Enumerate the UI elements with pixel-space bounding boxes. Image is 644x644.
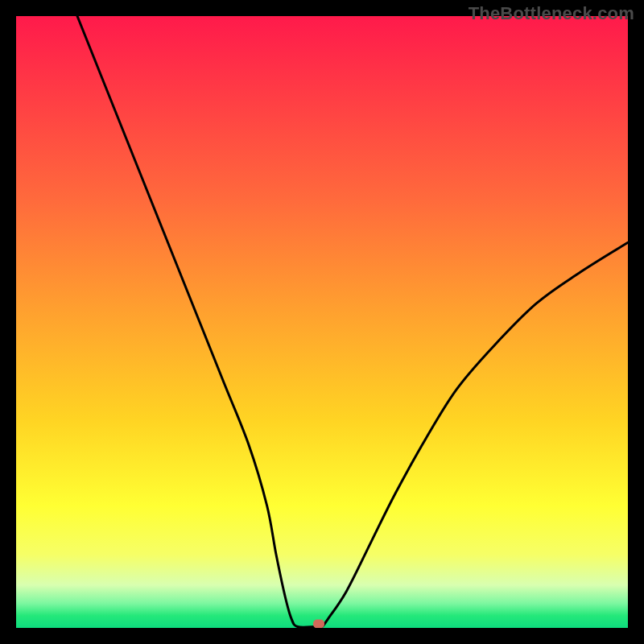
chart-frame: TheBottleneck.com (0, 0, 644, 644)
plot-area (16, 16, 628, 628)
optimum-marker (313, 620, 324, 628)
bottleneck-curve (16, 16, 628, 628)
curve-path (77, 16, 628, 627)
watermark-text: TheBottleneck.com (469, 3, 634, 24)
